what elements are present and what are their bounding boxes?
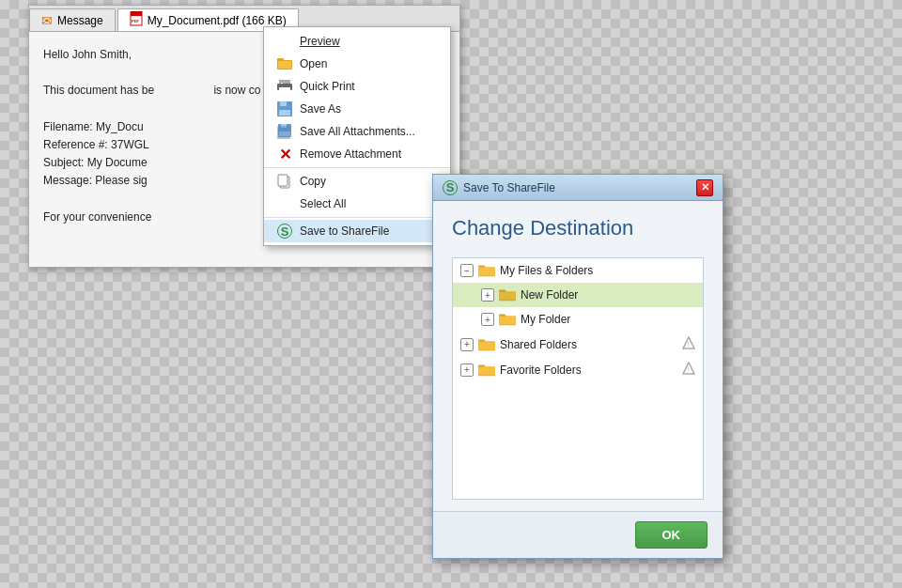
dialog-sharefile-icon: S: [443, 180, 458, 195]
folder-new-folder-icon: [499, 287, 516, 302]
svg-text:PDF: PDF: [132, 19, 140, 23]
tree-item-shared-folders[interactable]: + Shared Folders !: [453, 332, 703, 357]
svg-rect-27: [499, 316, 516, 324]
svg-rect-11: [280, 101, 287, 106]
svg-rect-21: [478, 267, 495, 275]
folder-my-folder-icon: [499, 312, 516, 327]
tree-item-my-folder[interactable]: + My Folder: [453, 307, 703, 332]
sharefile-icon: S: [277, 224, 292, 239]
tree-item-my-files[interactable]: − My Files & Folders: [453, 258, 703, 283]
sharefile-dialog: S Save To ShareFile ✕ Change Destination…: [432, 174, 723, 559]
svg-rect-8: [279, 87, 290, 92]
menu-select-all-label: Select All: [300, 197, 346, 210]
expand-new-folder-icon[interactable]: +: [481, 288, 494, 302]
menu-item-save-sharefile[interactable]: S Save to ShareFile ↖: [264, 220, 450, 242]
expand-favorite-icon[interactable]: +: [460, 364, 474, 377]
svg-rect-6: [279, 80, 290, 84]
menu-item-remove[interactable]: ✕ Remove Attachment: [264, 143, 450, 165]
folder-tree: − My Files & Folders + New Folder + My F…: [452, 257, 704, 500]
preview-icon: [277, 34, 292, 49]
pdf-icon: PDF: [130, 11, 143, 29]
svg-text:!: !: [688, 366, 690, 373]
menu-save-all-label: Save All Attachments...: [300, 125, 415, 138]
expand-my-files-icon[interactable]: −: [460, 264, 474, 277]
tab-message-label: Message: [57, 14, 103, 27]
save-all-icon: [277, 124, 292, 139]
dialog-titlebar: S Save To ShareFile ✕: [433, 175, 723, 201]
menu-item-preview[interactable]: Preview: [264, 30, 450, 53]
svg-rect-4: [277, 58, 284, 61]
expand-shared-icon[interactable]: +: [460, 338, 474, 351]
message-icon: ✉: [41, 13, 53, 28]
svg-rect-18: [278, 175, 288, 186]
save-as-icon: [277, 101, 292, 116]
copy-icon: [277, 174, 292, 189]
menu-item-save-as[interactable]: Save As: [264, 98, 450, 120]
svg-text:!: !: [688, 341, 690, 348]
shared-folders-label: Shared Folders: [500, 338, 577, 351]
svg-rect-35: [478, 366, 495, 375]
new-folder-label: New Folder: [521, 288, 578, 302]
context-menu: Preview Open Quick Print Save As Save Al…: [263, 26, 451, 246]
menu-open-label: Open: [300, 57, 327, 70]
tree-item-new-folder[interactable]: + New Folder: [453, 283, 703, 307]
expand-my-folder-icon[interactable]: +: [481, 313, 494, 326]
svg-rect-30: [478, 341, 495, 349]
menu-separator: [264, 167, 450, 168]
tab-message[interactable]: ✉ Message: [29, 8, 116, 31]
favorite-warning-icon: !: [682, 362, 695, 378]
menu-quick-print-label: Quick Print: [300, 80, 355, 93]
svg-rect-24: [499, 291, 516, 300]
dialog-title-label: Save To ShareFile: [463, 181, 555, 194]
select-all-icon: [277, 196, 292, 211]
close-icon: ✕: [701, 181, 709, 193]
favorite-folders-label: Favorite Folders: [500, 364, 582, 377]
menu-item-open[interactable]: Open: [264, 53, 450, 75]
tree-item-favorite-folders[interactable]: + Favorite Folders !: [453, 357, 703, 382]
svg-rect-16: [277, 126, 290, 139]
menu-item-save-all[interactable]: Save All Attachments...: [264, 120, 450, 143]
ok-button[interactable]: OK: [635, 521, 708, 549]
menu-save-sharefile-label: Save to ShareFile: [300, 224, 389, 238]
menu-item-copy[interactable]: Copy: [264, 170, 450, 193]
open-icon: [277, 56, 292, 71]
svg-rect-1: [131, 11, 142, 16]
menu-item-select-all[interactable]: Select All: [264, 193, 450, 215]
menu-save-as-label: Save As: [300, 102, 341, 116]
folder-favorite-icon: [478, 363, 495, 378]
my-folder-label: My Folder: [521, 313, 570, 326]
menu-remove-label: Remove Attachment: [300, 147, 401, 161]
menu-preview-label: Preview: [300, 35, 340, 48]
print-icon: [277, 79, 292, 94]
dialog-heading: Change Destination: [452, 216, 704, 240]
shared-warning-icon: !: [682, 336, 695, 352]
folder-shared-icon: [478, 337, 495, 352]
folder-my-files-icon: [478, 263, 495, 278]
tab-pdf-label: My_Document.pdf (166 KB): [148, 14, 287, 27]
svg-rect-9: [281, 83, 283, 84]
dialog-close-button[interactable]: ✕: [696, 179, 713, 196]
dialog-footer: OK: [433, 511, 723, 558]
dialog-title: S Save To ShareFile: [443, 180, 555, 195]
menu-copy-label: Copy: [300, 175, 326, 188]
my-files-label: My Files & Folders: [500, 264, 593, 277]
remove-icon: ✕: [277, 147, 292, 162]
svg-rect-5: [278, 61, 291, 69]
menu-separator-2: [264, 217, 450, 218]
svg-rect-12: [279, 110, 290, 116]
dialog-content: Change Destination − My Files & Folders …: [433, 201, 723, 511]
menu-item-quick-print[interactable]: Quick Print: [264, 75, 450, 98]
